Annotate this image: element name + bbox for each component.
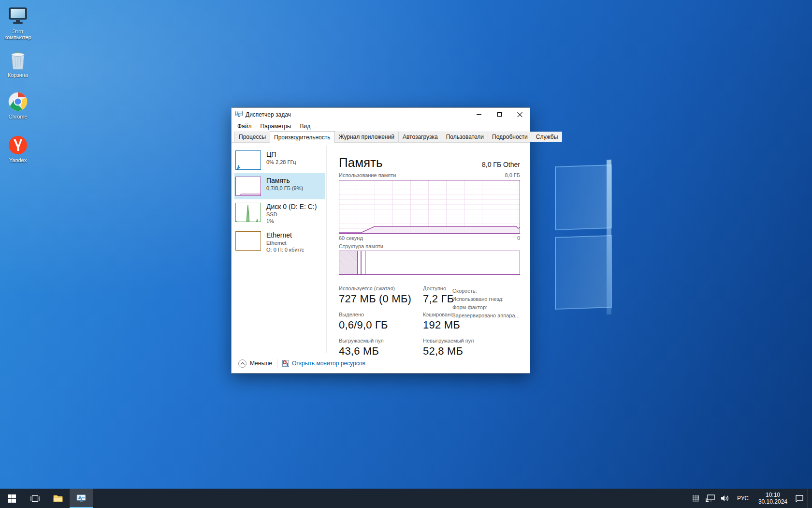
show-desktop-button[interactable] [808,489,810,508]
language-indicator[interactable]: РУС [733,489,753,508]
desktop-icon-recycle-bin[interactable]: Корзина [0,49,36,78]
window-footer: Меньше Открыть монитор ресурсов [232,354,530,373]
network-icon[interactable] [704,489,717,508]
detail-form-factor: Форм-фактор: [452,303,520,312]
close-button[interactable] [509,108,530,121]
minimize-button[interactable] [469,108,489,121]
maximize-button[interactable] [489,108,509,121]
tab-app-history[interactable]: Журнал приложений [334,132,399,142]
wallpaper-logo-pane [555,164,612,230]
sidebar-item-ethernet[interactable]: Ethernet Ethernet О: 0 П: 0 кбит/с [234,228,325,256]
desktop-icon-this-pc[interactable]: Этот компьютер [0,6,36,40]
system-tray: РУС 10:10 30.10.2024 [690,489,812,508]
desktop-icon-chrome[interactable]: Chrome [0,91,36,120]
taskbar: РУС 10:10 30.10.2024 [0,489,812,508]
memory-title: Память [339,156,383,169]
detail-hardware-reserved: Зарезервировано аппара... [452,312,520,320]
resource-monitor-icon [282,360,289,367]
memory-composition-label: Структура памяти [339,243,383,249]
desktop-icon-label: Chrome [8,114,27,120]
task-view-button[interactable] [23,489,46,508]
close-icon [517,112,522,117]
desktop-icon-label: Корзина [8,72,28,78]
desktop-icon-yandex[interactable]: Yandex [0,134,36,163]
start-button[interactable] [0,489,23,508]
fewer-details-button[interactable]: Меньше [238,359,272,368]
volume-icon[interactable] [719,489,731,508]
menu-options[interactable]: Параметры [261,123,291,130]
memory-composition-bar[interactable] [339,251,520,275]
memory-total: 8,0 ГБ Other [482,161,520,169]
clock-date: 30.10.2024 [758,498,787,505]
task-manager-icon [76,494,86,503]
tab-users[interactable]: Пользователи [442,132,488,142]
stat-in-use: Используется (сжатая) 727 МБ (0 МБ) [339,285,411,305]
stat-committed: Выделено 0,6/9,0 ГБ [339,312,411,331]
file-explorer-icon [53,494,63,502]
wallpaper-logo-pane [555,235,612,310]
performance-content: ЦП 0% 2,28 ГГц Память 0,7/8,0 ГБ (9%) [232,143,530,353]
memory-modified-segment [361,251,362,274]
ethernet-thumbnail-graph [235,231,261,251]
menu-view[interactable]: Вид [300,123,310,130]
open-resource-monitor-link[interactable]: Открыть монитор ресурсов [282,360,365,367]
tab-processes[interactable]: Процессы [234,132,270,142]
menu-file[interactable]: Файл [237,123,252,130]
footer-separator [277,359,277,368]
memory-usage-graph[interactable] [339,180,520,234]
tab-startup[interactable]: Автозагрузка [398,132,442,142]
sidebar-item-cpu[interactable]: ЦП 0% 2,28 ГГц [234,147,325,173]
this-pc-icon [7,6,29,27]
performance-sidebar: ЦП 0% 2,28 ГГц Память 0,7/8,0 ГБ (9%) [234,147,325,256]
title-bar[interactable]: Диспетчер задач [232,108,530,121]
tray-grid-icon[interactable] [690,489,702,508]
sidebar-ethernet-name: Ethernet [266,239,304,246]
cpu-thumbnail-graph [235,150,261,170]
sidebar-memory-stats: 0,7/8,0 ГБ (9%) [266,185,303,192]
memory-hardware-details: Скорость: Использовано гнезд: Форм-факто… [452,287,520,320]
sidebar-divider [326,146,327,353]
sidebar-ethernet-title: Ethernet [266,231,304,239]
tab-strip: Процессы Производительность Журнал прило… [232,131,530,143]
wallpaper-logo-glow [607,160,611,314]
yandex-icon [7,134,29,156]
sidebar-cpu-stats: 0% 2,28 ГГц [266,159,296,165]
maximize-icon [497,112,502,117]
desktop-icon-label: Yandex [9,157,27,163]
fewer-details-label: Меньше [250,360,272,367]
clock-time: 10:10 [758,492,787,498]
memory-panel: Память 8,0 ГБ Other Использование памяти… [339,143,520,353]
sidebar-disk-type: SSD [266,211,317,218]
tab-details[interactable]: Подробности [488,132,532,142]
memory-thumbnail-graph [235,177,261,196]
sidebar-item-disk[interactable]: Диск 0 (D: E: C:) SSD 1% [234,199,325,228]
sidebar-memory-title: Память [266,177,303,185]
desktop-icon-label: Этот компьютер [0,29,36,40]
detail-slots-used: Использовано гнезд: [452,295,520,303]
file-explorer-button[interactable] [46,489,70,508]
chevron-up-icon [238,359,246,368]
memory-standby-segment [365,251,366,274]
chrome-icon [7,91,29,112]
task-manager-window: Диспетчер задач Файл Параметры Вид Проце… [231,107,530,374]
tab-services[interactable]: Службы [532,132,562,142]
graph-time-label: 60 секунд [339,235,363,241]
windows-logo-icon [8,494,16,503]
graph-max-label: 8,0 ГБ [505,172,520,178]
taskbar-clock[interactable]: 10:10 30.10.2024 [754,489,791,508]
window-title: Диспетчер задач [246,111,291,118]
graph-zero-label: 0 [517,235,520,241]
action-center-icon[interactable] [793,489,806,508]
task-manager-taskbar-button[interactable] [70,489,93,508]
tab-performance[interactable]: Производительность [270,131,334,143]
recycle-bin-icon [7,49,29,71]
sidebar-disk-usage: 1% [266,218,317,224]
sidebar-cpu-title: ЦП [266,150,296,159]
memory-in-use-segment [339,251,358,274]
sidebar-item-memory[interactable]: Память 0,7/8,0 ГБ (9%) [234,173,325,199]
minimize-icon [477,114,481,115]
resource-monitor-label: Открыть монитор ресурсов [292,360,365,367]
detail-speed: Скорость: [452,287,520,295]
task-view-icon [30,494,40,503]
task-manager-app-icon [235,110,243,119]
